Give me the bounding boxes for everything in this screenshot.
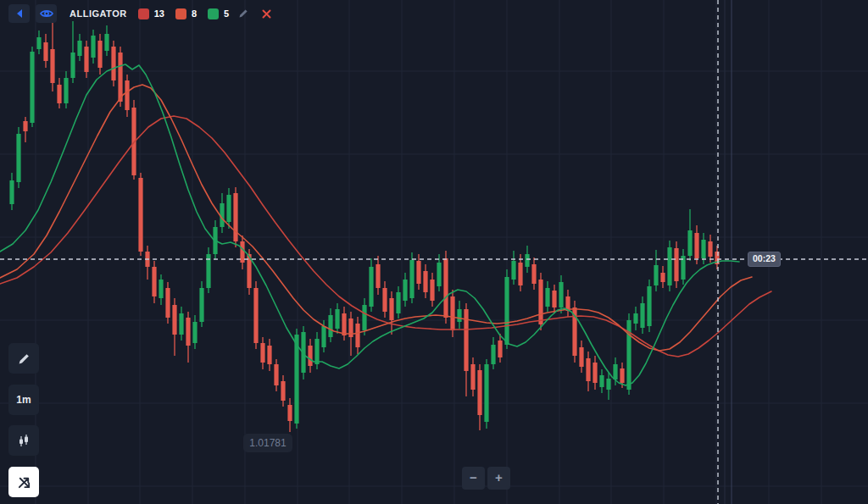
back-button[interactable]: [8, 4, 30, 23]
price-tag: 1.01781: [243, 434, 292, 452]
pencil-icon: [18, 352, 31, 365]
teeth-color-swatch: [175, 8, 186, 19]
remove-indicator-button[interactable]: [258, 5, 275, 22]
jaw-color-swatch: [138, 8, 149, 19]
edit-indicator-button[interactable]: [235, 5, 252, 22]
trading-chart-screen: ALLIGATOR 13 8 5 1m: [0, 0, 868, 504]
pencil-icon: [238, 8, 248, 19]
chart-type-button[interactable]: [8, 425, 39, 456]
indicator-name: ALLIGATOR: [70, 8, 127, 19]
back-arrow-icon: [14, 8, 25, 19]
jaw-period-value: 13: [154, 8, 164, 19]
timeframe-label: 1m: [16, 394, 31, 406]
expiry-time-badge: 00:23: [748, 252, 781, 267]
draw-tools-button[interactable]: [8, 343, 39, 374]
timeframe-button[interactable]: 1m: [8, 385, 39, 415]
visibility-button[interactable]: [36, 4, 57, 23]
indicator-toolbar: ALLIGATOR 13 8 5: [8, 3, 275, 24]
indicator-param-lips: 5: [208, 8, 229, 19]
teeth-period-value: 8: [192, 8, 197, 19]
candlestick-chart[interactable]: [0, 0, 868, 504]
candlestick-icon: [17, 434, 31, 448]
zoom-out-button[interactable]: −: [462, 467, 485, 490]
eye-icon: [40, 8, 53, 19]
lips-period-value: 5: [224, 8, 229, 19]
zoom-in-button[interactable]: +: [487, 467, 510, 490]
crossed-arrows-icon: [17, 475, 31, 490]
crossed-arrows-button[interactable]: [8, 467, 39, 497]
lips-color-swatch: [208, 8, 219, 19]
indicator-param-jaw: 13: [138, 8, 164, 19]
close-icon: [262, 9, 271, 19]
zoom-controls: − +: [462, 467, 510, 490]
indicator-param-teeth: 8: [175, 8, 197, 19]
